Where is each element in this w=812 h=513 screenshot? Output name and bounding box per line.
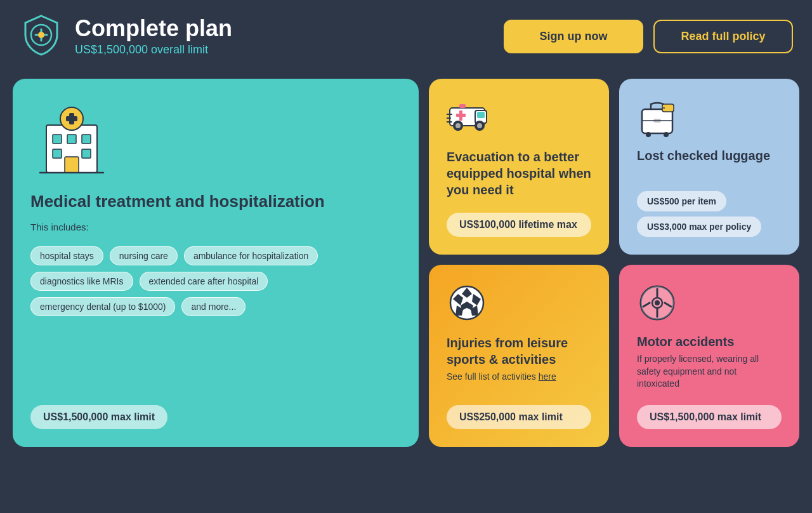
svg-point-1 [38, 32, 44, 38]
header-title: Complete plan US$1,500,000 overall limit [75, 16, 232, 57]
tag-extended-care: extended care after hospital [140, 272, 268, 291]
tag-ambulance: ambulance for hospitalization [184, 246, 318, 265]
tags-container: hospital stays nursing care ambulance fo… [30, 246, 401, 316]
shield-icon [19, 13, 63, 60]
ambulance-icon [447, 97, 491, 141]
hospital-icon [30, 97, 401, 182]
plan-title: Complete plan [75, 16, 232, 41]
sports-limit-badge: US$250,000 max limit [447, 405, 591, 429]
motor-title: Motor accidents [637, 335, 782, 349]
luggage-badge-1: US$500 per item [637, 191, 726, 211]
motor-description: If properly licensed, wearing all safety… [637, 353, 782, 390]
svg-rect-18 [459, 104, 466, 108]
luggage-icon [637, 97, 681, 141]
sports-title: Injuries from leisure sports & activitie… [447, 335, 591, 368]
tag-more: and more... [181, 297, 246, 316]
svg-rect-10 [82, 149, 91, 158]
signup-button[interactable]: Sign up now [504, 20, 643, 53]
luggage-badge-2: US$3,000 max per policy [637, 217, 761, 237]
header: Complete plan US$1,500,000 overall limit… [0, 0, 812, 72]
steering-wheel-icon [637, 283, 681, 327]
tag-hospital-stays: hospital stays [30, 246, 103, 265]
svg-rect-8 [82, 135, 91, 143]
svg-point-20 [455, 123, 461, 128]
plan-subtitle: US$1,500,000 overall limit [75, 43, 232, 57]
svg-rect-11 [65, 157, 79, 173]
medical-limit-badge: US$1,500,000 max limit [30, 405, 167, 429]
soccer-icon [447, 283, 491, 327]
main-grid: Medical treatment and hospitalization Th… [0, 72, 812, 460]
svg-rect-7 [67, 135, 76, 143]
motor-card: Motor accidents If properly licensed, we… [619, 265, 799, 447]
header-buttons: Sign up now Read full policy [504, 20, 793, 53]
tag-nursing-care: nursing care [110, 246, 178, 265]
evacuation-title: Evacuation to a better equipped hospital… [447, 149, 591, 198]
svg-rect-9 [53, 149, 62, 158]
sports-card: Injuries from leisure sports & activitie… [429, 265, 609, 447]
medical-card: Medical treatment and hospitalization Th… [13, 79, 419, 447]
luggage-card: Lost checked luggage US$500 per item US$… [619, 79, 799, 255]
luggage-title: Lost checked luggage [637, 149, 782, 163]
sports-link[interactable]: here [539, 371, 556, 382]
medical-title: Medical treatment and hospitalization [30, 192, 401, 211]
sports-description: See full list of activities here [447, 371, 591, 382]
includes-label: This includes: [30, 222, 89, 232]
svg-rect-6 [53, 135, 62, 143]
svg-rect-5 [66, 116, 77, 121]
header-left: Complete plan US$1,500,000 overall limit [19, 13, 232, 60]
motor-limit-badge: US$1,500,000 max limit [637, 405, 782, 429]
evacuation-limit-badge: US$100,000 lifetime max [447, 213, 591, 237]
tag-dental: emergency dental (up to $1000) [30, 297, 175, 316]
svg-point-22 [477, 123, 482, 128]
luggage-badges: US$500 per item US$3,000 max per policy [637, 191, 782, 237]
svg-rect-17 [456, 114, 466, 117]
policy-button[interactable]: Read full policy [653, 20, 793, 53]
svg-rect-15 [477, 112, 485, 118]
evacuation-card: Evacuation to a better equipped hospital… [429, 79, 609, 255]
svg-point-47 [655, 300, 660, 305]
tag-diagnostics: diagnostics like MRIs [30, 272, 133, 291]
svg-point-30 [646, 132, 651, 137]
svg-point-31 [664, 132, 669, 137]
svg-rect-32 [653, 119, 661, 123]
